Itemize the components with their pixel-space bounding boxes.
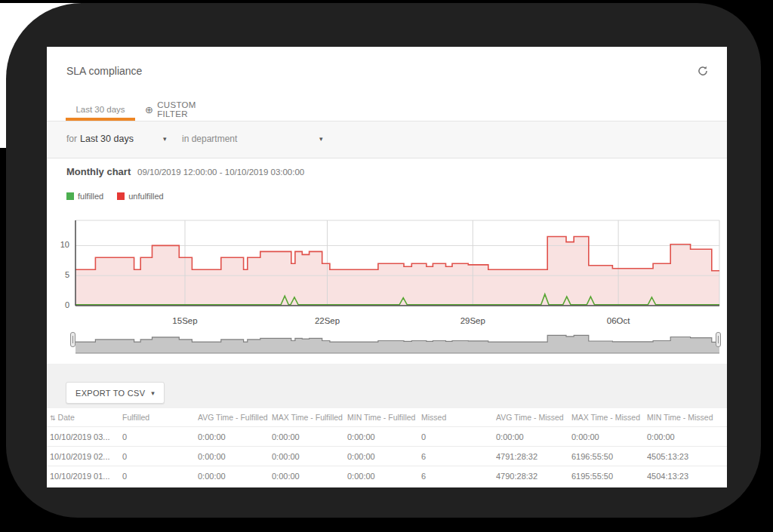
cell: 0 xyxy=(122,466,198,485)
legend-item-fulfilled: fulfilled xyxy=(66,192,103,201)
tab-last-30-days[interactable]: Last 30 days xyxy=(66,103,135,116)
sort-icon[interactable]: ⇅ xyxy=(50,414,55,422)
cell: 0:00:00 xyxy=(198,466,272,485)
column-header[interactable]: AVG Time - Fulfilled xyxy=(198,408,272,426)
range-slider-handle-left[interactable] xyxy=(70,332,75,347)
column-header[interactable]: MIN Time - Missed xyxy=(647,408,727,426)
page-title: SLA compliance xyxy=(66,65,142,77)
y-tick-label: 0 xyxy=(50,300,69,309)
plus-circle-icon: ⊕ xyxy=(145,104,153,115)
cell: 4791:28:32 xyxy=(496,447,571,466)
tab-label: CUSTOM FILTER xyxy=(157,100,228,118)
backdrop: SLA compliance Last 30 days ⊕ CUSTOM FIL… xyxy=(0,0,773,532)
for-filter-dropdown[interactable]: forLast 30 days ▾ xyxy=(66,134,134,144)
legend-item-unfulfilled: unfulfilled xyxy=(117,192,163,201)
cell: 0:00:00 xyxy=(198,427,272,446)
results-table: ⇅DateFulfilledAVG Time - FulfilledMAX Ti… xyxy=(47,408,727,485)
table-header-row: ⇅DateFulfilledAVG Time - FulfilledMAX Ti… xyxy=(47,408,727,426)
unfulfilled-swatch xyxy=(117,192,125,200)
cell: 0:00:00 xyxy=(272,466,347,485)
cell: 0:00:00 xyxy=(571,427,647,446)
column-header[interactable]: MIN Time - Fulfilled xyxy=(347,408,421,426)
cell: 0:00:00 xyxy=(272,427,347,446)
column-header[interactable]: Fulfilled xyxy=(122,408,198,426)
cell: 0 xyxy=(122,427,198,446)
for-value: Last 30 days xyxy=(80,134,134,144)
caret-down-icon: ▾ xyxy=(151,389,155,397)
y-axis-labels: 0510 xyxy=(50,217,71,330)
refresh-icon[interactable] xyxy=(697,65,710,78)
table-body: 10/10/2019 03...00:00:000:00:000:00:0000… xyxy=(47,426,727,485)
cell: 6 xyxy=(421,466,496,485)
cell: 10/10/2019 01... xyxy=(50,466,122,485)
for-label: for xyxy=(66,134,77,144)
cell: 0:00:00 xyxy=(347,447,421,466)
column-header[interactable]: MAX Time - Fulfilled xyxy=(272,408,347,426)
range-slider[interactable] xyxy=(74,329,722,355)
in-value: in department xyxy=(182,134,237,144)
monthly-chart xyxy=(74,217,722,330)
cell: 10/10/2019 02... xyxy=(50,447,122,466)
y-tick-label: 5 xyxy=(50,270,69,279)
fulfilled-swatch xyxy=(66,192,74,200)
cell: 0:00:00 xyxy=(347,427,421,446)
cell: 10/10/2019 03... xyxy=(50,427,122,446)
caret-down-icon: ▾ xyxy=(319,135,323,143)
cell: 0:00:00 xyxy=(496,427,571,446)
cell: 0:00:00 xyxy=(198,447,272,466)
table-row[interactable]: 10/10/2019 02...00:00:000:00:000:00:0064… xyxy=(47,446,727,466)
y-tick-label: 10 xyxy=(50,240,69,249)
tab-label: Last 30 days xyxy=(75,105,125,114)
cell: 6 xyxy=(421,447,496,466)
table-row[interactable]: 10/10/2019 01...00:00:000:00:000:00:0064… xyxy=(47,466,727,485)
cell: 0 xyxy=(421,427,496,446)
cell: 0:00:00 xyxy=(647,427,727,446)
cell: 0 xyxy=(122,447,198,466)
column-header[interactable]: MAX Time - Missed xyxy=(571,408,647,426)
range-slider-handle-right[interactable] xyxy=(716,332,721,347)
cell: 4505:13:23 xyxy=(647,447,727,466)
cell: 0:00:00 xyxy=(347,466,421,485)
date-range: 09/10/2019 12:00:00 - 10/10/2019 03:00:0… xyxy=(137,168,304,177)
legend-label: fulfilled xyxy=(78,192,103,201)
column-header[interactable]: AVG Time - Missed xyxy=(496,408,571,426)
sla-compliance-panel: SLA compliance Last 30 days ⊕ CUSTOM FIL… xyxy=(47,47,727,487)
tab-custom-filter[interactable]: ⊕ CUSTOM FILTER xyxy=(145,103,228,116)
cell: 6196:55:50 xyxy=(571,447,647,466)
export-csv-button[interactable]: EXPORT TO CSV ▾ xyxy=(66,382,165,404)
column-header[interactable]: Missed xyxy=(421,408,496,426)
chart-legend: fulfilled unfulfilled xyxy=(66,192,164,201)
legend-label: unfulfilled xyxy=(128,192,163,201)
section-title: Monthly chart xyxy=(66,166,131,177)
caret-down-icon: ▾ xyxy=(163,135,167,143)
column-header[interactable]: ⇅Date xyxy=(50,408,122,426)
toolbar-strip: EXPORT TO CSV ▾ xyxy=(47,364,727,408)
cell: 4790:28:32 xyxy=(496,466,571,485)
department-filter-dropdown[interactable]: in department ▾ xyxy=(182,134,237,144)
filter-bar: forLast 30 days ▾ in department ▾ xyxy=(47,121,727,158)
cell: 4504:13:23 xyxy=(647,466,727,485)
table-row[interactable]: 10/10/2019 03...00:00:000:00:000:00:0000… xyxy=(47,426,727,446)
cell: 6195:55:50 xyxy=(571,466,647,485)
cell: 0:00:00 xyxy=(272,447,347,466)
export-label: EXPORT TO CSV xyxy=(75,389,145,398)
